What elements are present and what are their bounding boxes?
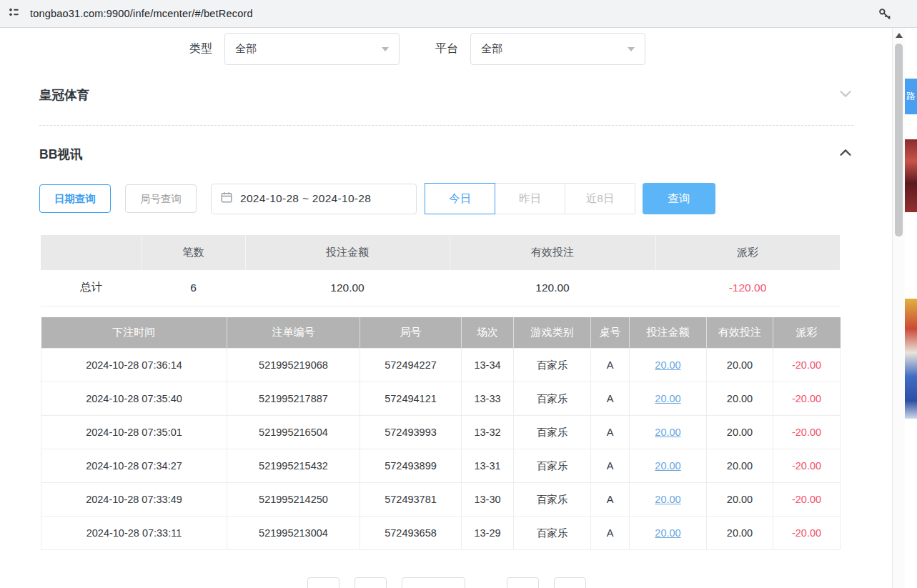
bet-time-cell: 2024-10-28 07:34:27 — [41, 449, 227, 483]
session-cell: 13-33 — [462, 382, 514, 416]
game-type-cell: 百家乐 — [514, 416, 591, 449]
bet-amount-cell: 20.00 — [630, 416, 707, 449]
records-table: 下注时间 注单编号 局号 场次 游戏类别 桌号 投注金额 有效投注 派彩 202… — [41, 317, 841, 551]
date-range-input[interactable]: 2024-10-28 ~ 2024-10-28 — [211, 184, 417, 214]
col-bet-amount: 投注金额 — [630, 317, 707, 349]
browser-tab-icon[interactable] — [7, 5, 21, 22]
game-type-cell: 百家乐 — [514, 449, 591, 483]
summary-col-valid-bet: 有效投注 — [450, 235, 655, 270]
bet-id-cell: 521995214250 — [227, 483, 360, 517]
col-valid-bet: 有效投注 — [707, 317, 773, 349]
type-select[interactable]: 全部 — [224, 33, 400, 65]
col-round-id: 局号 — [360, 317, 462, 349]
quick-range-group: 今日 昨日 近8日 — [425, 183, 635, 214]
table-no-cell: A — [591, 382, 630, 416]
type-label: 类型 — [189, 41, 212, 56]
summary-col-bet-amount: 投注金额 — [245, 235, 450, 270]
quick-today-button[interactable]: 今日 — [425, 183, 495, 214]
game-type-cell: 百家乐 — [514, 382, 591, 416]
payout-cell: -20.00 — [773, 349, 841, 382]
record-row: 2024-10-28 07:34:27 521995215432 5724938… — [41, 449, 841, 483]
payout-cell: -20.00 — [773, 382, 841, 416]
vertical-scrollbar[interactable] — [892, 28, 905, 588]
round-id-cell: 572494121 — [360, 382, 462, 416]
summary-bet-amount-value: 120.00 — [245, 270, 450, 306]
side-banner-thumbnail[interactable] — [905, 139, 917, 212]
round-id-cell: 572494227 — [360, 349, 462, 382]
summary-total-label: 总计 — [41, 270, 142, 306]
bet-time-cell: 2024-10-28 07:33:11 — [41, 517, 227, 550]
filter-row: 类型 全部 平台 全部 — [189, 33, 893, 65]
chevron-down-icon — [382, 47, 389, 51]
round-id-cell: 572493993 — [360, 416, 462, 449]
table-no-cell: A — [591, 483, 630, 517]
summary-header-row: 笔数 投注金额 有效投注 派彩 — [41, 235, 840, 270]
bet-amount-link[interactable]: 20.00 — [655, 427, 680, 438]
bet-id-cell: 521995219068 — [227, 349, 360, 382]
query-toolbar: 日期查询 局号查询 2024-10-28 ~ 2024-10-28 今日 昨日 … — [39, 183, 893, 214]
col-bet-time: 下注时间 — [41, 317, 227, 349]
summary-valid-bet-value: 120.00 — [450, 270, 655, 306]
record-row: 2024-10-28 07:35:40 521995217887 5724941… — [41, 382, 841, 416]
section-bb-video[interactable]: BB视讯 — [39, 126, 853, 183]
bet-amount-link[interactable]: 20.00 — [655, 393, 680, 404]
bet-time-cell: 2024-10-28 07:35:01 — [41, 416, 227, 449]
bet-time-cell: 2024-10-28 07:36:14 — [41, 349, 227, 382]
summary-total-row: 总计 6 120.00 120.00 -120.00 — [41, 270, 840, 306]
summary-col-payout: 派彩 — [655, 235, 840, 270]
quick-last8days-button[interactable]: 近8日 — [565, 183, 635, 214]
bet-amount-cell: 20.00 — [630, 483, 707, 517]
bet-amount-cell: 20.00 — [630, 349, 707, 382]
summary-col-blank — [41, 235, 142, 270]
col-table-no: 桌号 — [591, 317, 630, 349]
table-no-cell: A — [591, 517, 630, 550]
valid-bet-cell: 20.00 — [707, 483, 773, 517]
bet-amount-link[interactable]: 20.00 — [655, 527, 680, 539]
bet-id-cell: 521995213004 — [227, 517, 360, 550]
bet-amount-link[interactable]: 20.00 — [655, 460, 680, 472]
platform-select-value: 全部 — [481, 42, 628, 56]
browser-window: tongbao31.com:9900/infe/mcenter/#/betRec… — [0, 0, 917, 588]
valid-bet-cell: 20.00 — [707, 517, 773, 550]
session-cell: 13-31 — [462, 449, 514, 483]
summary-col-count: 笔数 — [142, 235, 245, 270]
scrollbar-up-arrow-icon[interactable] — [896, 33, 903, 38]
bet-amount-link[interactable]: 20.00 — [655, 494, 680, 505]
scrollbar-thumb[interactable] — [895, 44, 903, 236]
pagination-prev-button[interactable] — [355, 577, 387, 588]
col-bet-id: 注单编号 — [227, 317, 360, 349]
session-cell: 13-30 — [462, 483, 514, 517]
bet-amount-cell: 20.00 — [630, 517, 707, 550]
pagination-last-button[interactable] — [554, 577, 586, 588]
password-key-icon[interactable] — [877, 6, 893, 21]
date-query-tab[interactable]: 日期查询 — [39, 184, 111, 213]
bet-amount-link[interactable]: 20.00 — [655, 359, 680, 371]
pagination-next-button[interactable] — [507, 577, 539, 588]
browser-address-bar: tongbao31.com:9900/infe/mcenter/#/betRec… — [0, 0, 917, 28]
session-cell: 13-29 — [462, 517, 514, 550]
date-range-value: 2024-10-28 ~ 2024-10-28 — [240, 192, 371, 205]
valid-bet-cell: 20.00 — [707, 449, 773, 483]
section-crown-sports[interactable]: 皇冠体育 — [39, 65, 853, 125]
valid-bet-cell: 20.00 — [707, 349, 773, 382]
game-type-cell: 百家乐 — [514, 483, 591, 517]
bet-amount-cell: 20.00 — [630, 449, 707, 483]
bet-time-cell: 2024-10-28 07:35:40 — [41, 382, 227, 416]
search-button[interactable]: 查询 — [643, 183, 715, 214]
chevron-down-icon[interactable] — [838, 86, 853, 104]
valid-bet-cell: 20.00 — [707, 382, 773, 416]
platform-label: 平台 — [435, 41, 458, 56]
pagination-first-button[interactable] — [307, 577, 339, 588]
right-edge-strip: 路 — [905, 28, 917, 588]
chevron-up-icon[interactable] — [838, 145, 853, 164]
platform-select[interactable]: 全部 — [470, 33, 645, 65]
floating-route-tab[interactable]: 路 — [905, 79, 917, 114]
col-game-type: 游戏类别 — [514, 317, 591, 349]
pagination-page-input[interactable] — [402, 577, 465, 588]
round-query-tab[interactable]: 局号查询 — [125, 184, 197, 213]
side-banner-thumbnail[interactable] — [905, 299, 917, 419]
calendar-icon — [220, 191, 233, 206]
table-no-cell: A — [591, 416, 630, 449]
quick-yesterday-button[interactable]: 昨日 — [495, 183, 565, 214]
address-url[interactable]: tongbao31.com:9900/infe/mcenter/#/betRec… — [30, 8, 253, 19]
